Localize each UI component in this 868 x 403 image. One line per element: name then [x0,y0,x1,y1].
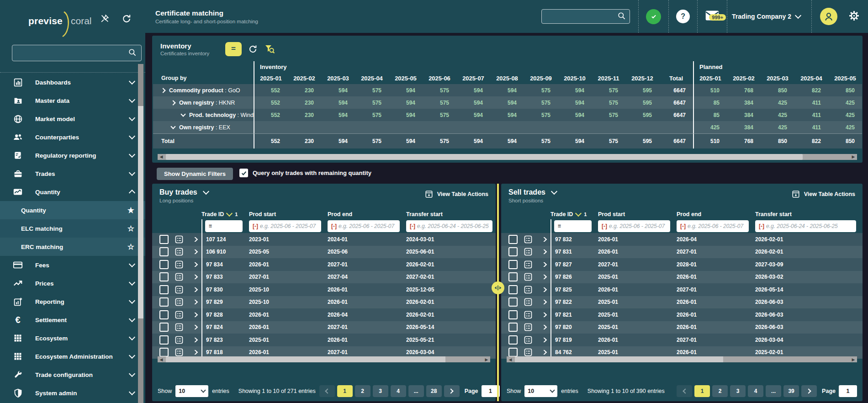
buy-page-2-button[interactable]: 2 [355,385,370,397]
buy-trade-id-filter[interactable]: = [205,220,243,232]
row-details-button[interactable] [519,285,537,294]
buy-trade-row[interactable]: 107 1242023-012024-012024-03-01 [152,233,496,246]
row-expand-button[interactable] [188,300,201,304]
buy-prev-page-button[interactable] [319,385,335,397]
sell-page-ellipsis[interactable]: ... [766,385,781,397]
expand-down-icon[interactable] [170,124,175,129]
row-expand-button[interactable] [188,237,201,242]
row-checkbox[interactable] [508,323,518,332]
sell-page-input[interactable]: 1 [839,385,857,397]
star-outline-icon[interactable]: ☆ [127,225,134,233]
sell-trade-row[interactable]: 97 8252026-012027-012026-05-14 [501,283,863,296]
row-expand-button[interactable] [188,287,201,292]
row-expand-button[interactable] [537,287,550,292]
row-checkbox[interactable] [508,285,518,294]
row-details-button[interactable] [519,297,537,307]
sidebar-item-trade-configuration[interactable]: Trade configuration [0,366,145,384]
buy-prod-end-filter[interactable]: [-]e.g. 2025-06 - 2025-07 [328,220,400,232]
row-details-button[interactable] [519,235,537,244]
sell-trade-id-filter[interactable]: = [554,220,592,232]
row-expand-button[interactable] [188,325,201,329]
inventory-filter-search-button[interactable] [264,43,275,54]
row-details-button[interactable] [519,310,537,319]
row-expand-button[interactable] [537,300,550,304]
show-dynamic-filters-button[interactable]: Show Dynamic Filters [157,168,233,180]
sell-horizontal-scrollbar[interactable]: ◀ ▶ [507,356,857,362]
unpin-sidebar-icon[interactable] [100,14,110,26]
scroll-left-arrow-icon[interactable]: ◀ [158,154,165,160]
row-expand-button[interactable] [537,249,550,254]
row-checkbox[interactable] [159,247,169,256]
buy-transfer-start-filter[interactable]: [-]e.g. 2025-06-24 - 2025-06-25 [406,220,492,232]
sell-trade-row[interactable]: 97 8322026-012026-042026-02-01 [501,233,863,246]
sidebar-item-ecosystem[interactable]: Ecosystem [0,329,145,347]
buy-trade-row[interactable]: 97 8292025-102026-012026-02-01 [152,296,496,309]
buy-scrollbar-thumb[interactable] [166,356,445,362]
help-button[interactable]: ? [669,10,697,23]
inventory-group-row-label[interactable]: Own registry : HKNR [153,96,254,109]
sell-page-4-button[interactable]: 4 [748,385,763,397]
sell-trades-title[interactable]: Sell trades [508,188,556,196]
star-filled-icon[interactable]: ★ [127,207,134,214]
row-details-button[interactable] [519,348,537,357]
sidebar-search[interactable] [12,45,142,61]
buy-col-prod-start[interactable]: Prod start [249,211,328,217]
sidebar-scrollbar-thumb[interactable] [138,106,143,318]
sidebar-item-dashboards[interactable]: Dashboards [0,73,145,91]
buy-page-4-button[interactable]: 4 [391,385,406,397]
row-expand-button[interactable] [188,350,201,355]
sell-trade-row[interactable]: 97 8312026-012027-012026-02-01 [501,246,863,259]
sell-col-transfer-start[interactable]: Transfer start [755,211,863,217]
buy-page-3-button[interactable]: 3 [373,385,388,397]
sidebar-item-settlement[interactable]: €Settlement [0,311,145,329]
notifications-button[interactable]: 999+ [698,10,727,23]
buy-trades-title[interactable]: Buy trades [159,188,208,196]
row-details-button[interactable] [170,235,188,244]
sell-col-prod-start[interactable]: Prod start [598,211,677,217]
star-outline-icon[interactable]: ☆ [127,243,134,251]
buy-trade-row[interactable]: 97 8302025-102026-012025-12-05 [152,283,496,296]
sidebar-item-elc-matching[interactable]: ELC matching☆ [0,219,145,238]
sell-transfer-start-filter[interactable]: [-]e.g. 2025-06-24 - 2025-06-25 [755,220,856,232]
inventory-scrollbar-thumb[interactable] [166,154,803,160]
row-checkbox[interactable] [508,260,518,269]
buy-col-prod-end[interactable]: Prod end [328,211,406,217]
sidebar-item-regulatory-reporting[interactable]: Regulatory reporting [0,146,145,164]
row-checkbox[interactable] [159,348,169,357]
row-details-button[interactable] [170,285,188,294]
row-expand-button[interactable] [537,350,550,355]
sidebar-item-fees[interactable]: Fees [0,256,145,274]
sell-page-1-button[interactable]: 1 [694,385,710,397]
row-expand-button[interactable] [188,249,201,254]
row-details-button[interactable] [170,335,188,345]
sell-next-page-button[interactable] [801,385,817,397]
inventory-equals-button[interactable]: = [225,42,242,56]
scroll-left-arrow-icon[interactable]: ◀ [158,357,165,362]
row-expand-button[interactable] [537,262,550,267]
sell-scrollbar-thumb[interactable] [515,356,723,362]
row-expand-button[interactable] [188,313,201,317]
sidebar-item-counterparties[interactable]: Counterparties [0,128,145,146]
sell-page-size-select[interactable]: 10 [524,385,557,397]
row-checkbox[interactable] [159,272,169,281]
table-split-drag-handle[interactable] [492,281,504,294]
row-details-button[interactable] [519,260,537,269]
sidebar-scrollbar[interactable] [138,64,143,403]
row-checkbox[interactable] [508,235,518,244]
row-expand-button[interactable] [188,338,201,342]
buy-col-trade-id[interactable]: Trade ID1 [201,211,249,217]
sell-prev-page-button[interactable] [677,385,692,397]
sidebar-item-erc-matching[interactable]: ERC matching☆ [0,238,145,256]
sell-col-trade-id[interactable]: Trade ID1 [550,211,598,217]
sell-trade-row[interactable]: 97 8262025-012026-012026-03-02 [501,271,863,284]
row-details-button[interactable] [519,323,537,332]
sidebar-item-reporting[interactable]: Reporting [0,292,145,311]
buy-trade-row[interactable]: 97 8242026-012027-012026-05-14 [152,321,496,334]
scroll-right-arrow-icon[interactable]: ▶ [850,154,857,160]
sidebar-item-master-data[interactable]: Master data [0,91,145,110]
row-details-button[interactable] [170,247,188,256]
sell-prod-end-filter[interactable]: [-]e.g. 2025-06 - 2025-07 [677,220,749,232]
row-checkbox[interactable] [508,335,518,345]
row-expand-button[interactable] [537,313,550,317]
buy-trade-row[interactable]: 106 9102025-052025-062025-06-01 [152,246,496,259]
